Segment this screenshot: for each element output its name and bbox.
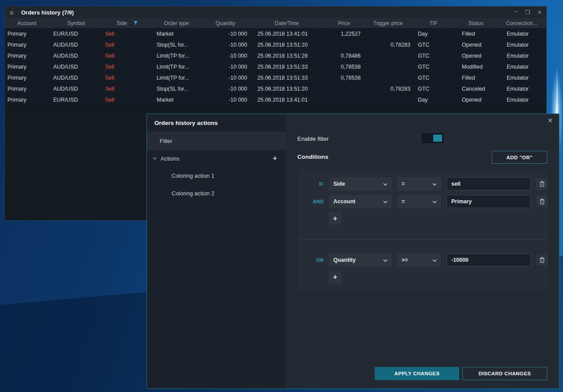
cell <box>364 62 412 72</box>
delete-condition-button[interactable] <box>536 196 548 207</box>
chevron-down-icon <box>383 198 388 205</box>
cell: -10 000 <box>201 29 250 39</box>
desktop: ≡ Orders history (7/9) – ❐ ✕ AccountSymb… <box>0 0 563 392</box>
column-header-status[interactable]: Status <box>455 18 497 28</box>
apply-changes-button[interactable]: APPLY CHANGES <box>375 367 459 380</box>
cell: -10 000 <box>201 95 250 105</box>
chevron-down-icon <box>432 181 437 187</box>
cell: Emulator <box>497 73 546 83</box>
cell: Primary <box>5 51 49 61</box>
cell <box>364 29 412 39</box>
trash-icon <box>539 257 545 263</box>
cell: Limit(TP for... <box>152 51 201 61</box>
minimize-icon[interactable]: – <box>515 9 518 14</box>
table-row[interactable]: PrimaryAUD/USDSellStop(SL for...-10 0002… <box>5 40 546 51</box>
add-or-button[interactable]: ADD "OR" <box>492 151 547 164</box>
table-row[interactable]: PrimaryAUD/USDSellStop(SL for...-10 0002… <box>5 84 546 95</box>
condition-value-input[interactable] <box>446 253 531 267</box>
cell: Canceled <box>455 84 497 94</box>
table-row[interactable]: PrimaryAUD/USDSellLimit(TP for...-10 000… <box>5 62 546 73</box>
cell: Primary <box>5 95 49 105</box>
maximize-icon[interactable]: ❐ <box>525 10 530 15</box>
cell: 25.06.2018 13:51:20 <box>250 84 324 94</box>
column-header-tif[interactable]: TIF <box>412 18 455 28</box>
field-dropdown[interactable]: Side <box>329 177 392 191</box>
add-condition-button[interactable]: + <box>329 271 341 283</box>
cell: Sell <box>103 51 152 61</box>
column-header-date-time[interactable]: Date/Time <box>250 18 324 28</box>
cell <box>364 73 412 83</box>
column-header-connection[interactable]: Connection... <box>497 18 546 28</box>
column-header-symbol[interactable]: Symbol <box>49 18 103 28</box>
condition-group: IFSide=ANDAccount=+ <box>299 169 548 239</box>
condition-value-input[interactable] <box>446 177 531 191</box>
sidebar-item-coloring-action-1[interactable]: Coloring action 1 <box>147 167 286 184</box>
cell: 25.06.2018 13:51:28 <box>250 51 324 61</box>
cell: Emulator <box>497 62 546 72</box>
orders-window-titlebar[interactable]: ≡ Orders history (7/9) – ❐ ✕ <box>5 7 546 18</box>
column-header-account[interactable]: Account <box>5 18 49 28</box>
cell: AUD/USD <box>49 73 103 83</box>
add-condition-button[interactable]: + <box>329 212 341 225</box>
enable-filter-toggle[interactable] <box>422 133 443 143</box>
hamburger-menu-icon[interactable]: ≡ <box>10 9 18 16</box>
cell: EUR/USD <box>49 29 103 39</box>
cell: GTC <box>412 62 455 72</box>
condition-row: ORQuantity>= <box>304 253 548 267</box>
cell: GTC <box>412 51 455 61</box>
cell: Sell <box>103 73 152 83</box>
cell: Limit(TP for... <box>152 73 201 83</box>
field-dropdown[interactable]: Account <box>329 195 392 208</box>
cell: Emulator <box>497 29 546 39</box>
sidebar-item-coloring-action-2[interactable]: Coloring action 2 <box>147 184 286 202</box>
cell: -10 000 <box>201 62 250 72</box>
filter-funnel-icon[interactable] <box>133 21 138 26</box>
conditions-label: Conditions <box>297 154 329 160</box>
table-row[interactable]: PrimaryAUD/USDSellLimit(TP for...-10 000… <box>5 73 546 84</box>
cell: Emulator <box>497 51 546 61</box>
column-header-trigger-price[interactable]: Trigger price <box>364 18 412 28</box>
column-header-price[interactable]: Price <box>324 18 364 28</box>
table-row[interactable]: PrimaryEUR/USDSellMarket-10 00025.06.201… <box>5 95 546 106</box>
cell: GTC <box>412 73 455 83</box>
cell: 0,78486 <box>324 51 364 61</box>
cell <box>324 84 364 94</box>
field-dropdown[interactable]: Quantity <box>329 253 392 267</box>
cell: Emulator <box>497 40 546 50</box>
delete-condition-button[interactable] <box>536 178 548 190</box>
cell: Sell <box>103 95 152 105</box>
add-action-button[interactable]: + <box>273 154 277 163</box>
cell: 25.06.2018 13:41:01 <box>250 95 324 105</box>
cell: 0,78538 <box>324 73 364 83</box>
cell: Modified <box>455 62 497 72</box>
cell: -10 000 <box>201 73 250 83</box>
delete-condition-button[interactable] <box>536 254 548 266</box>
cell: Market <box>152 95 201 105</box>
cell: Primary <box>5 84 49 94</box>
conditions-panel: IFSide=ANDAccount=+ORQuantity>=+ <box>299 169 548 290</box>
cell: Filled <box>455 29 497 39</box>
sidebar-item-actions-label: Actions <box>161 155 179 162</box>
close-icon[interactable]: ✕ <box>537 10 542 15</box>
table-row[interactable]: PrimaryAUD/USDSellLimit(TP for...-10 000… <box>5 51 546 62</box>
condition-value-input[interactable] <box>446 195 531 208</box>
operator-dropdown[interactable]: >= <box>397 253 441 267</box>
cell: AUD/USD <box>49 40 103 50</box>
sidebar-item-filter[interactable]: Filter <box>147 132 286 150</box>
cell: Sell <box>103 62 152 72</box>
operator-dropdown[interactable]: = <box>397 195 441 208</box>
cell: AUD/USD <box>49 51 103 61</box>
discard-changes-button[interactable]: DISCARD CHANGES <box>462 367 547 380</box>
table-row[interactable]: PrimaryEUR/USDSellMarket-10 00025.06.201… <box>5 29 546 40</box>
operator-dropdown[interactable]: = <box>397 177 441 191</box>
cell: -10 000 <box>201 84 250 94</box>
cell <box>324 95 364 105</box>
orders-window-title: Orders history (7/9) <box>21 9 74 16</box>
sidebar-item-actions[interactable]: Actions + <box>147 150 286 167</box>
chevron-down-icon <box>383 257 388 263</box>
dialog-close-icon[interactable]: ✕ <box>547 117 553 125</box>
column-header-side[interactable]: Side <box>103 18 152 28</box>
column-header-quantity[interactable]: Quantity <box>201 18 250 28</box>
cell: Day <box>412 29 455 39</box>
column-header-order-type[interactable]: Order type <box>152 18 201 28</box>
